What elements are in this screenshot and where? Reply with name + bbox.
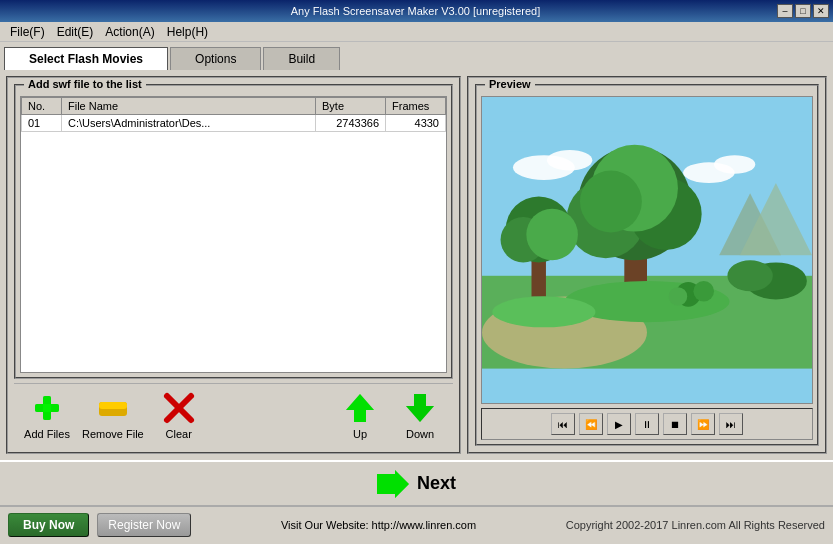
- last-frame-button[interactable]: ⏭: [719, 413, 743, 435]
- down-label: Down: [406, 428, 434, 440]
- remove-file-label: Remove File: [82, 428, 144, 440]
- menu-action[interactable]: Action(A): [99, 23, 160, 41]
- preview-title: Preview: [485, 78, 535, 90]
- cell-byte: 2743366: [316, 115, 386, 132]
- title-text: Any Flash Screensaver Maker V3.00 [unreg…: [54, 5, 777, 17]
- tab-build[interactable]: Build: [263, 47, 340, 70]
- svg-rect-3: [43, 396, 51, 420]
- next-label: Next: [417, 473, 456, 494]
- footer-website: Visit Our Website: http://www.linren.com: [191, 519, 565, 531]
- stop-button[interactable]: ⏹: [663, 413, 687, 435]
- register-now-button[interactable]: Register Now: [97, 513, 191, 537]
- up-label: Up: [353, 428, 367, 440]
- title-bar: Any Flash Screensaver Maker V3.00 [unreg…: [0, 0, 833, 22]
- svg-point-14: [547, 150, 592, 171]
- maximize-button[interactable]: □: [795, 4, 811, 18]
- svg-point-32: [526, 209, 578, 261]
- tab-options[interactable]: Options: [170, 47, 261, 70]
- tab-select-flash-movies[interactable]: Select Flash Movies: [4, 47, 168, 70]
- toolbar: Add Files Remove File: [14, 383, 453, 446]
- cell-frames: 4330: [386, 115, 446, 132]
- first-frame-button[interactable]: ⏮: [551, 413, 575, 435]
- cell-no: 01: [22, 115, 62, 132]
- next-bar: Next: [0, 460, 833, 506]
- next-button[interactable]: Next: [377, 470, 456, 498]
- minimize-button[interactable]: –: [777, 4, 793, 18]
- svg-marker-39: [377, 470, 409, 498]
- clear-icon: [161, 390, 197, 426]
- menu-bar: File(F) Edit(E) Action(A) Help(H): [0, 22, 833, 42]
- svg-point-28: [580, 171, 642, 233]
- tab-bar: Select Flash Movies Options Build: [0, 42, 833, 70]
- footer: Buy Now Register Now Visit Our Website: …: [0, 506, 833, 542]
- preview-controls: ⏮ ⏪ ▶ ⏸ ⏹ ⏩ ⏭: [481, 408, 813, 440]
- pause-button[interactable]: ⏸: [635, 413, 659, 435]
- svg-point-22: [727, 260, 772, 291]
- svg-point-16: [714, 155, 755, 174]
- preview-image: [481, 96, 813, 404]
- cell-filename: C:\Users\Administrator\Des...: [62, 115, 316, 132]
- up-button[interactable]: Up: [335, 390, 385, 440]
- add-files-label: Add Files: [24, 428, 70, 440]
- svg-marker-9: [346, 394, 374, 422]
- add-files-button[interactable]: Add Files: [22, 390, 72, 440]
- up-icon: [342, 390, 378, 426]
- svg-marker-11: [406, 394, 434, 422]
- prev-frame-button[interactable]: ⏪: [579, 413, 603, 435]
- file-table: No. File Name Byte Frames 01 C:\Users\Ad…: [21, 97, 446, 132]
- down-icon: [402, 390, 438, 426]
- col-byte: Byte: [316, 98, 386, 115]
- svg-point-36: [693, 281, 714, 302]
- footer-copyright: Copyright 2002-2017 Linren.com All Right…: [566, 519, 825, 531]
- menu-help[interactable]: Help(H): [161, 23, 214, 41]
- left-panel-title: Add swf file to the list: [24, 78, 146, 90]
- close-button[interactable]: ✕: [813, 4, 829, 18]
- remove-file-button[interactable]: Remove File: [82, 390, 144, 440]
- col-frames: Frames: [386, 98, 446, 115]
- buy-now-button[interactable]: Buy Now: [8, 513, 89, 537]
- file-table-wrapper: No. File Name Byte Frames 01 C:\Users\Ad…: [20, 96, 447, 373]
- col-filename: File Name: [62, 98, 316, 115]
- svg-point-37: [669, 287, 688, 306]
- menu-file[interactable]: File(F): [4, 23, 51, 41]
- svg-rect-5: [99, 402, 127, 409]
- down-button[interactable]: Down: [395, 390, 445, 440]
- left-panel: Add swf file to the list No. File Name B…: [6, 76, 461, 454]
- clear-button[interactable]: Clear: [154, 390, 204, 440]
- play-button[interactable]: ▶: [607, 413, 631, 435]
- add-files-icon: [29, 390, 65, 426]
- next-frame-button[interactable]: ⏩: [691, 413, 715, 435]
- window-controls[interactable]: – □ ✕: [777, 4, 829, 18]
- menu-edit[interactable]: Edit(E): [51, 23, 100, 41]
- col-no: No.: [22, 98, 62, 115]
- remove-file-icon: [95, 390, 131, 426]
- svg-point-34: [492, 296, 595, 327]
- table-row[interactable]: 01 C:\Users\Administrator\Des... 2743366…: [22, 115, 446, 132]
- clear-label: Clear: [166, 428, 192, 440]
- main-content: Add swf file to the list No. File Name B…: [0, 70, 833, 460]
- next-arrow-icon: [377, 470, 409, 498]
- right-panel: Preview: [467, 76, 827, 454]
